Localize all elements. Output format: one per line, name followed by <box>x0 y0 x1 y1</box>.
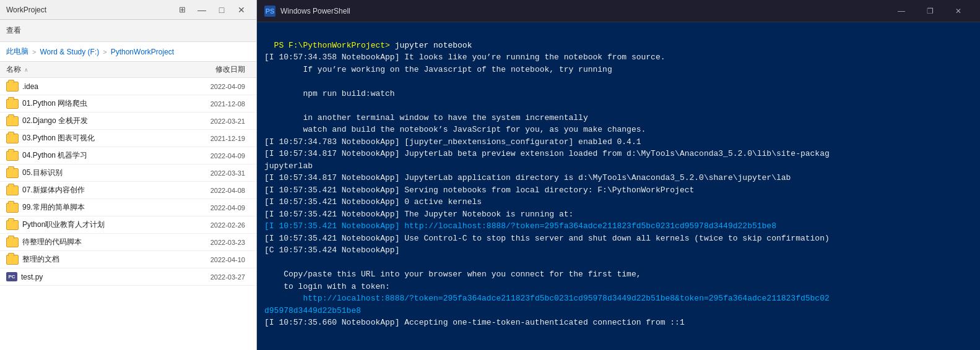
item-date: 2022-03-27 <box>182 273 250 281</box>
item-name: .idea <box>22 82 182 91</box>
item-name: 01.Python 网络爬虫 <box>22 98 182 109</box>
filter-icon[interactable]: ⊞ <box>173 2 191 17</box>
item-date: 2022-02-26 <box>182 221 250 229</box>
item-name: 02.Django 全栈开发 <box>22 116 182 126</box>
list-item[interactable]: 待整理的代码脚本2022-03-23 <box>0 234 256 251</box>
ps-line: in another terminal window to have the s… <box>264 113 588 122</box>
ps-line: npm run build:watch <box>264 89 395 98</box>
item-date: 2022-04-09 <box>182 83 250 90</box>
ps-prompt: PS F:\PythonWorkProject> <box>274 41 395 50</box>
ps-line: http://localhost:8888/?token=295fa364adc… <box>264 294 830 303</box>
ps-line: [I 10:57:35.421 NotebookApp] Use Control… <box>264 234 830 243</box>
folder-icon <box>6 168 19 178</box>
item-name: test.py <box>21 273 182 281</box>
item-name: 待整理的代码脚本 <box>22 237 182 247</box>
col-date-header[interactable]: 修改日期 <box>182 64 250 75</box>
column-header: 名称 ∧ 修改日期 <box>0 62 256 78</box>
folder-icon <box>6 82 19 92</box>
folder-icon <box>6 237 19 247</box>
ps-window-controls: — ❐ ✕ <box>887 2 973 20</box>
item-name: Python职业教育人才计划 <box>22 220 182 230</box>
list-item[interactable]: 07.新媒体内容创作2022-04-08 <box>0 182 256 199</box>
list-item[interactable]: 03.Python 图表可视化2021-12-19 <box>0 130 256 147</box>
ps-command: jupyter notebook <box>395 41 472 50</box>
maximize-button[interactable]: □ <box>213 2 230 17</box>
folder-icon <box>6 151 19 161</box>
item-name: 03.Python 图表可视化 <box>22 133 182 143</box>
powershell-window: PS Windows PowerShell — ❐ ✕ PS F:\Python… <box>257 0 980 350</box>
list-item[interactable]: 99.常用的简单脚本2022-04-09 <box>0 199 256 216</box>
toolbar-view-label[interactable]: 查看 <box>6 25 21 36</box>
item-date: 2022-03-31 <box>182 169 250 177</box>
breadcrumb-drive[interactable]: Word & Study (F:) <box>40 48 99 56</box>
folder-icon <box>6 186 19 195</box>
explorer-window-title: WorkProject <box>6 6 46 14</box>
explorer-address-bar: 此电脑 > Word & Study (F:) > PythonWorkProj… <box>0 42 256 62</box>
folder-icon <box>6 99 19 109</box>
ps-line: [I 10:57:35.421 NotebookApp] 0 active ke… <box>264 197 482 207</box>
ps-line: [I 10:57:34.817 NotebookApp] JupyterLab … <box>264 173 791 182</box>
folder-icon <box>6 203 19 213</box>
ps-line: to login with a token: <box>264 282 390 291</box>
item-name: 04.Python 机器学习 <box>22 150 182 161</box>
list-item[interactable]: .idea2022-04-09 <box>0 78 256 95</box>
list-item[interactable]: 05.目标识别2022-03-31 <box>0 164 256 182</box>
ps-line: watch and build the notebook’s JavaScrip… <box>264 125 646 134</box>
item-date: 2022-04-10 <box>182 256 250 263</box>
explorer-title-bar: WorkProject ⊞ — □ ✕ <box>0 0 256 20</box>
ps-line: [I 10:57:34.783 NotebookApp] [jupyter_nb… <box>264 137 641 147</box>
file-explorer-window: WorkProject ⊞ — □ ✕ 查看 此电脑 > Word & Stud… <box>0 0 257 350</box>
list-item[interactable]: 01.Python 网络爬虫2021-12-08 <box>0 95 256 113</box>
list-item[interactable]: PCtest.py2022-03-27 <box>0 268 256 286</box>
folder-icon <box>6 134 19 143</box>
ps-window-title: Windows PowerShell <box>280 7 350 15</box>
ps-line: [I 10:57:35.421 NotebookApp] Serving not… <box>264 186 694 195</box>
breadcrumb-this-pc[interactable]: 此电脑 <box>6 46 28 57</box>
py-file-icon: PC <box>6 272 17 281</box>
folder-icon <box>6 255 19 265</box>
close-button[interactable]: ✕ <box>233 2 250 17</box>
folder-icon <box>6 116 19 126</box>
explorer-toolbar: 查看 <box>0 20 256 42</box>
ps-title-left: PS Windows PowerShell <box>264 6 350 17</box>
item-date: 2021-12-08 <box>182 100 250 108</box>
ps-line: [I 10:57:35.660 NotebookApp] Accepting o… <box>264 318 685 327</box>
item-date: 2022-04-09 <box>182 152 250 160</box>
item-name: 99.常用的简单脚本 <box>22 202 182 213</box>
ps-maximize-button[interactable]: ❐ <box>916 2 944 20</box>
ps-line: jupyterlab <box>264 161 313 171</box>
item-name: 整理的文档 <box>22 254 182 265</box>
breadcrumb-project[interactable]: PythonWorkProject <box>111 48 175 56</box>
ps-close-button[interactable]: ✕ <box>944 2 973 20</box>
ps-line: Copy/paste this URL into your browser wh… <box>264 270 641 279</box>
item-date: 2022-04-09 <box>182 204 250 211</box>
file-list: .idea2022-04-0901.Python 网络爬虫2021-12-080… <box>0 78 256 350</box>
ps-line: If you’re working on the Javascript of t… <box>264 65 612 74</box>
ps-line: [I 10:57:34.817 NotebookApp] JupyterLab … <box>264 149 830 158</box>
ps-line: [I 10:57:34.358 NotebookApp] It looks li… <box>264 53 666 62</box>
list-item[interactable]: Python职业教育人才计划2022-02-26 <box>0 216 256 234</box>
item-name: 05.目标识别 <box>22 168 182 178</box>
ps-line: [I 10:57:35.421 NotebookApp] http://loca… <box>264 221 776 231</box>
explorer-title-controls: ⊞ — □ ✕ <box>173 2 250 17</box>
ps-title-bar: PS Windows PowerShell — ❐ ✕ <box>257 0 980 22</box>
ps-line: d95978d3449d22b51be8 <box>264 306 361 315</box>
list-item[interactable]: 02.Django 全栈开发2022-03-21 <box>0 113 256 130</box>
item-date: 2022-03-23 <box>182 239 250 246</box>
ps-terminal-content[interactable]: PS F:\PythonWorkProject> jupyter noteboo… <box>257 22 980 350</box>
list-item[interactable]: 04.Python 机器学习2022-04-09 <box>0 147 256 164</box>
ps-minimize-button[interactable]: — <box>887 2 916 20</box>
ps-app-icon: PS <box>264 6 275 17</box>
folder-icon <box>6 220 19 230</box>
ps-line: [I 10:57:35.421 NotebookApp] The Jupyter… <box>264 210 573 219</box>
col-name-header[interactable]: 名称 ∧ <box>6 64 182 75</box>
ps-line: [C 10:57:35.424 NotebookApp] <box>264 245 399 255</box>
minimize-button[interactable]: — <box>193 2 210 17</box>
item-date: 2022-04-08 <box>182 187 250 194</box>
item-date: 2022-03-21 <box>182 117 250 125</box>
item-date: 2021-12-19 <box>182 135 250 142</box>
list-item[interactable]: 整理的文档2022-04-10 <box>0 251 256 268</box>
item-name: 07.新媒体内容创作 <box>22 185 182 195</box>
sort-arrow-icon: ∧ <box>24 67 28 73</box>
